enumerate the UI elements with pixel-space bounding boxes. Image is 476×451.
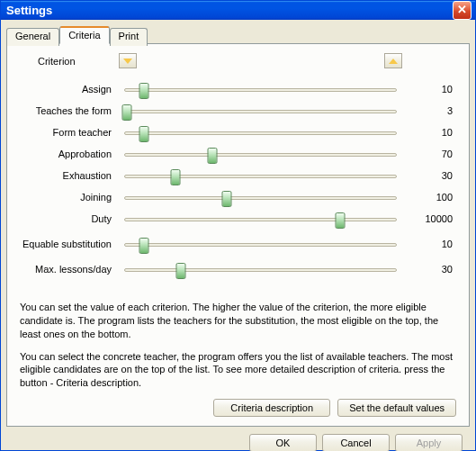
criteria-row: Form teacher10	[20, 122, 456, 142]
criteria-value: 100	[402, 192, 456, 203]
slider-thumb[interactable]	[176, 263, 186, 279]
criteria-slider[interactable]	[119, 209, 402, 229]
criteria-row: Duty10000	[20, 209, 456, 229]
criteria-row: Teaches the form3	[20, 101, 456, 121]
close-button[interactable]: ✕	[453, 1, 472, 20]
criteria-row: Max. lessons/day30	[20, 259, 456, 279]
slider-thumb[interactable]	[139, 83, 149, 99]
criteria-name: Assign	[20, 84, 119, 95]
criteria-value: 3	[402, 105, 456, 116]
criteria-value: 10	[402, 84, 456, 95]
apply-button: Apply	[395, 434, 463, 451]
criteria-description-button[interactable]: Criteria description	[213, 399, 330, 417]
criteria-slider[interactable]	[119, 166, 402, 185]
tabpage-criteria: Criterion Assign10Teaches the form3Form …	[6, 43, 470, 427]
criteria-value: 30	[402, 170, 456, 181]
criteria-name: Teaches the form	[20, 105, 119, 116]
slider-thumb[interactable]	[221, 191, 231, 207]
ok-button[interactable]: OK	[249, 434, 317, 451]
criteria-name: Max. lessons/day	[20, 264, 119, 275]
client-area: General Criteria Print Criterion Assign1…	[1, 20, 475, 451]
criteria-slider[interactable]	[119, 101, 402, 121]
criteria-list: Assign10Teaches the form3Form teacher10A…	[20, 79, 456, 281]
description-text: You can set the value of each criterion.…	[20, 301, 456, 399]
criteria-slider[interactable]	[119, 234, 402, 254]
criteria-value: 10	[402, 127, 456, 138]
description-p2: You can select the concrete teacher, the…	[20, 350, 456, 391]
slider-track	[124, 88, 397, 92]
criteria-value: 70	[402, 149, 456, 159]
criteria-row: Exhaustion30	[20, 166, 456, 185]
criteria-slider[interactable]	[119, 122, 402, 142]
sort-asc-button[interactable]	[384, 53, 402, 68]
tabpage-buttons: Criteria description Set the default val…	[20, 399, 456, 417]
criteria-row: Assign10	[20, 79, 456, 99]
dialog-buttons: OK Cancel Apply	[6, 427, 470, 451]
criteria-row: Equable substitution10	[20, 230, 456, 257]
criteria-value: 30	[402, 264, 456, 275]
criteria-row: Joining100	[20, 187, 456, 207]
slider-track	[124, 243, 397, 247]
slider-thumb[interactable]	[171, 169, 181, 185]
criteria-name: Joining	[20, 192, 119, 203]
slider-track	[124, 110, 397, 113]
tab-criteria[interactable]: Criteria	[59, 26, 109, 44]
slider-track	[124, 131, 397, 135]
arrow-up-icon	[389, 59, 398, 64]
criteria-slider[interactable]	[119, 187, 402, 207]
cancel-button[interactable]: Cancel	[322, 434, 390, 451]
criteria-value: 10	[402, 239, 456, 249]
sort-desc-button[interactable]	[119, 53, 137, 68]
criteria-row: Approbation70	[20, 144, 456, 164]
titlebar: Settings ✕	[1, 1, 475, 20]
slider-track	[124, 268, 397, 272]
slider-track	[124, 196, 397, 200]
criteria-slider[interactable]	[119, 79, 402, 99]
slider-thumb[interactable]	[139, 238, 149, 254]
slider-thumb[interactable]	[139, 126, 149, 142]
slider-thumb[interactable]	[207, 148, 217, 164]
window-title: Settings	[6, 4, 453, 17]
close-icon: ✕	[457, 3, 467, 16]
criteria-name: Form teacher	[20, 127, 119, 138]
criteria-value: 10000	[402, 213, 456, 224]
criteria-header: Criterion	[20, 53, 456, 68]
tab-strip: General Criteria Print	[6, 26, 470, 44]
tab-print[interactable]: Print	[110, 28, 148, 46]
slider-track	[124, 218, 397, 221]
slider-track	[124, 175, 397, 178]
slider-track	[124, 153, 397, 157]
slider-thumb[interactable]	[335, 212, 345, 229]
criteria-slider[interactable]	[119, 259, 402, 279]
criteria-name: Approbation	[20, 149, 119, 159]
tab-general[interactable]: General	[6, 28, 59, 46]
criteria-name: Exhaustion	[20, 170, 119, 181]
description-p1: You can set the value of each criterion.…	[20, 301, 456, 341]
settings-window: Settings ✕ General Criteria Print Criter…	[0, 0, 476, 451]
criteria-slider[interactable]	[119, 144, 402, 164]
criteria-name: Equable substitution	[20, 239, 119, 249]
set-defaults-button[interactable]: Set the default values	[337, 399, 456, 417]
criteria-name: Duty	[20, 213, 119, 224]
slider-thumb[interactable]	[122, 104, 132, 121]
criterion-header-label: Criterion	[20, 56, 110, 67]
arrow-down-icon	[123, 59, 132, 64]
